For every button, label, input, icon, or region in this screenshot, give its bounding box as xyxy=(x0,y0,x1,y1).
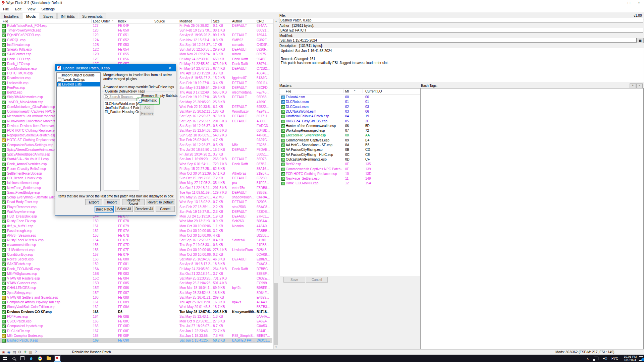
mod-active-checkbox[interactable]: ✓ xyxy=(2,329,6,333)
master-row[interactable]: ✓NewFace_Settlers.esp11149 xyxy=(279,176,419,181)
master-checkbox[interactable]: ✓ xyxy=(281,129,285,133)
table-row[interactable]: ✓CompanionUnpatch.esp166FE 08DThu Jul 27… xyxy=(0,324,272,328)
mod-active-checkbox[interactable]: ✓ xyxy=(2,86,6,90)
revert-to-saved-button[interactable]: Revert to Saved xyxy=(122,199,145,205)
master-checkbox[interactable]: ✓ xyxy=(281,168,285,171)
start-button[interactable] xyxy=(1,355,9,362)
mod-active-checkbox[interactable]: ✓ xyxy=(2,272,6,276)
build-patch-button[interactable]: Build Patch xyxy=(95,206,114,213)
mod-active-checkbox[interactable]: ✓ xyxy=(2,96,6,99)
master-row[interactable]: ✓Fallout4.esm0000 xyxy=(279,95,419,100)
table-row[interactable]: ✓RutahTattooPack_FO4.esp127FE 04FFri Feb… xyxy=(0,23,272,28)
add-tag-button[interactable]: + xyxy=(630,83,636,88)
master-row[interactable]: ✓HN66Fo4_EasyGirl_BS.esp052E xyxy=(279,119,419,124)
mod-active-checkbox[interactable]: ✓ xyxy=(2,138,6,142)
mod-active-checkbox[interactable]: ✓ xyxy=(2,29,6,33)
mod-active-checkbox[interactable]: ✓ xyxy=(2,301,6,304)
cancel-button[interactable]: Cancel xyxy=(156,206,175,212)
mod-active-checkbox[interactable]: ✓ xyxy=(2,191,6,195)
table-row[interactable]: ✓PQsNPCsSPCDR.esp129FE 051Sat Apr 8 19:0… xyxy=(0,33,272,38)
mod-active-checkbox[interactable]: ✓ xyxy=(2,296,6,300)
doc-icon[interactable]: ▥ xyxy=(28,350,33,354)
file-input[interactable] xyxy=(279,18,643,22)
master-checkbox[interactable]: ✓ xyxy=(281,124,285,128)
mod-active-checkbox[interactable]: ✓ xyxy=(2,339,6,343)
master-row[interactable]: ✓Ber92.esp0E135 xyxy=(279,162,419,167)
mod-active-checkbox[interactable]: ✓ xyxy=(2,58,6,61)
master-row[interactable]: ✓Dank_ECO-INNR.esp1215A xyxy=(279,181,419,186)
mod-active-checkbox[interactable]: ✓ xyxy=(2,200,6,204)
mod-active-checkbox[interactable]: ✓ xyxy=(2,305,6,309)
table-row[interactable]: ✓C​MRQL.esp12AFE 052Sun Nov 12 15:37:4..… xyxy=(0,38,272,43)
table-row[interactable]: ✓VTAW Gunners.esp15DFE 085Sat May 25 21:… xyxy=(0,281,272,286)
mod-active-checkbox[interactable]: ✓ xyxy=(2,120,6,123)
master-row[interactable]: ✓DLCCoast.esm0203 xyxy=(279,105,419,109)
table-row[interactable]: ✓CSCCPatch.esp165FE 08CMon Oct 9 23:56:0… xyxy=(0,319,272,324)
master-checkbox[interactable]: ✓ xyxy=(281,110,285,114)
masters-column-mi[interactable]: MI xyxy=(345,89,349,93)
mod-active-checkbox[interactable]: ✓ xyxy=(2,262,6,266)
scrollbar-thumb[interactable] xyxy=(274,283,278,345)
table-row[interactable]: ✓SAMFormer.esp12DFE 055Mon Nov 21 09:37:… xyxy=(0,52,272,57)
mod-active-checkbox[interactable]: ✓ xyxy=(2,215,6,219)
patcher-checkbox[interactable] xyxy=(58,74,61,77)
source-item[interactable]: Unofficial Fallout 4 Patch xyxy=(105,106,139,110)
table-row[interactable]: ✓Bashed Patch, 0.esp169FE 090Sat Jun 1 1… xyxy=(0,338,272,343)
table-row[interactable]: ✓ConditionBoy.esp157FE 07FMon Oct 30 10:… xyxy=(0,252,272,257)
monitor-icon[interactable]: ▤ xyxy=(12,350,16,354)
master-row[interactable]: ✓OutcastsAndRemnants.esp0DCF xyxy=(279,157,419,162)
table-row[interactable]: ✓111Settlement.esp156FE 07EMon Oct 30 10… xyxy=(0,248,272,252)
source-item[interactable]: DLCNukaWorld.esm [A xyxy=(105,102,139,106)
master-checkbox[interactable]: ✓ xyxy=(281,96,285,99)
mod-active-checkbox[interactable]: ✓ xyxy=(2,24,6,28)
mod-active-checkbox[interactable]: ✓ xyxy=(2,267,6,271)
search-taskbar-icon[interactable] xyxy=(10,355,17,362)
mod-active-checkbox[interactable]: ✓ xyxy=(2,277,6,281)
deselect-all-button[interactable]: Deselect All xyxy=(135,206,154,212)
task-view-icon[interactable] xyxy=(19,355,26,362)
mod-active-checkbox[interactable]: ✓ xyxy=(2,239,6,242)
mod-active-checkbox[interactable]: ✓ xyxy=(2,210,6,214)
clock[interactable]: 10:05 PM 6/1/2024 xyxy=(621,355,639,362)
patcher-checkbox[interactable]: ✓ xyxy=(58,83,61,86)
maximize-button[interactable]: ▢ xyxy=(624,0,634,5)
plugin-icon[interactable]: ✚ xyxy=(23,350,27,354)
author-input[interactable] xyxy=(279,28,643,33)
master-checkbox[interactable]: ✓ xyxy=(281,163,285,166)
mod-active-checkbox[interactable]: ✓ xyxy=(2,163,6,166)
table-row[interactable]: ✓VTAW 68 Raiders.esp15CFE 084Sat May 25 … xyxy=(0,276,272,281)
table-row[interactable]: ✓CHALLENGES.esp15EFE 086Mon Mar 18 19:04… xyxy=(0,286,272,290)
mod-active-checkbox[interactable]: ✓ xyxy=(2,34,6,37)
master-checkbox[interactable]: ✓ xyxy=(281,153,285,157)
mod-active-checkbox[interactable]: ✓ xyxy=(2,282,6,285)
master-row[interactable]: ✓Commonwealth Captives.esp09B4 xyxy=(279,138,419,143)
menu-view[interactable]: View xyxy=(24,6,39,12)
cancel-button[interactable]: Cancel xyxy=(306,277,328,283)
revert-to-default-button[interactable]: Revert To Default xyxy=(146,199,175,205)
language-indicator[interactable]: РУС xyxy=(610,355,620,362)
mod-active-checkbox[interactable]: ✓ xyxy=(2,310,6,314)
mod-active-checkbox[interactable]: ✓ xyxy=(2,315,6,319)
master-checkbox[interactable]: ✓ xyxy=(281,172,285,176)
table-row[interactable]: ✓FO4Fixes.esp164FE 08BSat May 25 12:43:1… xyxy=(0,314,272,319)
mod-active-checkbox[interactable]: ✓ xyxy=(2,67,6,71)
menu-edit[interactable]: Edit xyxy=(12,6,24,12)
mod-active-checkbox[interactable]: ✓ xyxy=(2,258,6,261)
master-row[interactable]: ✓Hunter of the Commonwealth.esp065D xyxy=(279,124,419,128)
mod-active-checkbox[interactable]: ✓ xyxy=(2,158,6,161)
table-row[interactable]: ✓RustyFaceFixRedux.esp154FE 07CSat Sep 1… xyxy=(0,238,272,243)
mod-active-checkbox[interactable]: ✓ xyxy=(2,124,6,128)
action-center-icon[interactable]: 1 xyxy=(638,355,644,362)
table-row[interactable]: ✓M8rYASglasses.esp15BFE 083Sat Oct 21 22… xyxy=(0,272,272,276)
table-row[interactable]: ✓def_w_buffs1.esp151FE 079Mon Oct 30 10:… xyxy=(0,224,272,229)
mod-active-checkbox[interactable]: ✓ xyxy=(2,234,6,238)
master-checkbox[interactable]: ✓ xyxy=(281,143,285,147)
mod-active-checkbox[interactable]: ✓ xyxy=(2,177,6,180)
mod-active-checkbox[interactable]: ✓ xyxy=(2,101,6,104)
minimize-button[interactable]: – xyxy=(614,0,624,5)
master-row[interactable]: ✓Commonwealth Captives NPC Patch.esp0F13… xyxy=(279,167,419,172)
mod-active-checkbox[interactable]: ✓ xyxy=(2,143,6,147)
master-checkbox[interactable]: ✓ xyxy=(281,100,285,104)
help-icon[interactable]: ? xyxy=(34,350,38,354)
mod-active-checkbox[interactable]: ✓ xyxy=(2,225,6,228)
